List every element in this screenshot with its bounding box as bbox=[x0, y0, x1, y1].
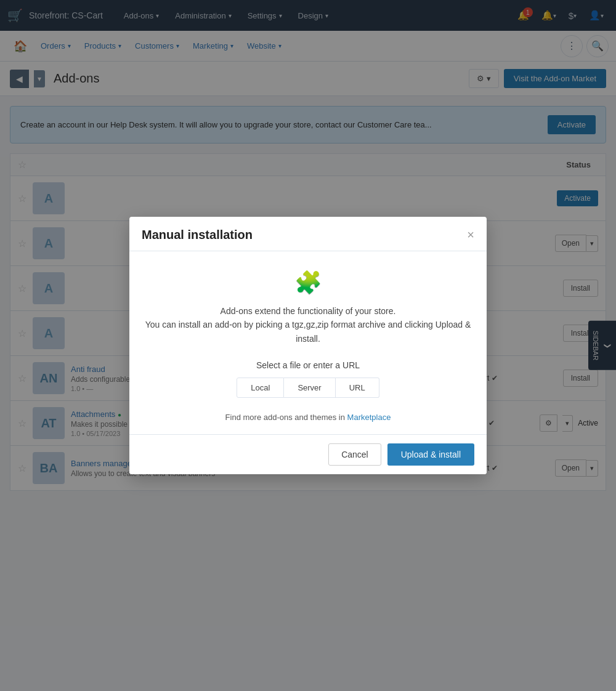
modal-footer: Cancel Upload & install bbox=[129, 434, 487, 474]
modal-title: Manual installation bbox=[142, 228, 253, 242]
file-select-label: Select a file or enter a URL bbox=[142, 360, 474, 370]
upload-install-button[interactable]: Upload & install bbox=[387, 443, 474, 466]
cancel-button[interactable]: Cancel bbox=[328, 443, 381, 466]
manual-installation-modal: Manual installation × 🧩 Add-ons extend t… bbox=[129, 217, 487, 474]
modal-close-button[interactable]: × bbox=[467, 228, 474, 241]
marketplace-link[interactable]: Marketplace bbox=[347, 413, 391, 422]
tab-server[interactable]: Server bbox=[284, 378, 335, 398]
modal-header: Manual installation × bbox=[129, 217, 487, 251]
puzzle-icon: 🧩 bbox=[142, 270, 474, 296]
marketplace-text: Find more add-ons and themes in Marketpl… bbox=[142, 413, 474, 422]
modal-description: Add-ons extend the functionality of your… bbox=[142, 304, 474, 346]
tab-url[interactable]: URL bbox=[336, 378, 379, 398]
modal-overlay[interactable]: Manual installation × 🧩 Add-ons extend t… bbox=[0, 0, 616, 501]
file-source-tabs: Local Server URL bbox=[142, 378, 474, 398]
modal-body: 🧩 Add-ons extend the functionality of yo… bbox=[129, 251, 487, 434]
tab-local[interactable]: Local bbox=[237, 378, 284, 398]
